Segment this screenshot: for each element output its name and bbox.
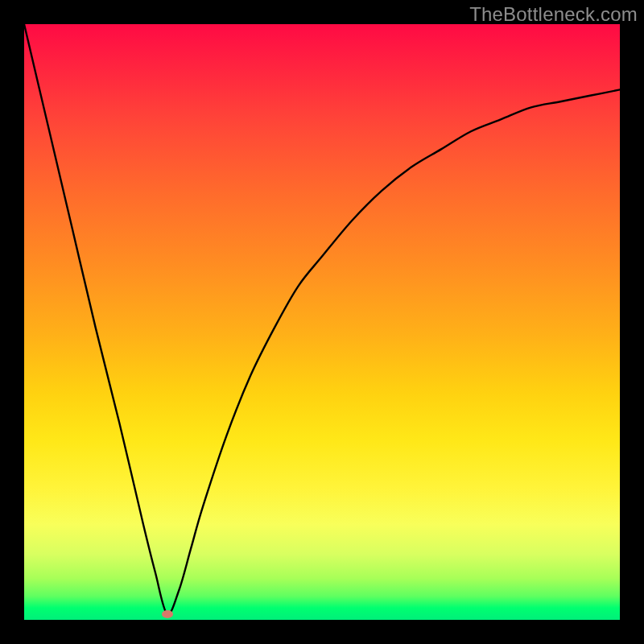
chart-frame: TheBottleneck.com [0, 0, 644, 644]
watermark-text: TheBottleneck.com [469, 3, 638, 26]
plot-area [24, 24, 620, 620]
minimum-marker [162, 610, 173, 618]
bottleneck-curve [24, 24, 620, 620]
